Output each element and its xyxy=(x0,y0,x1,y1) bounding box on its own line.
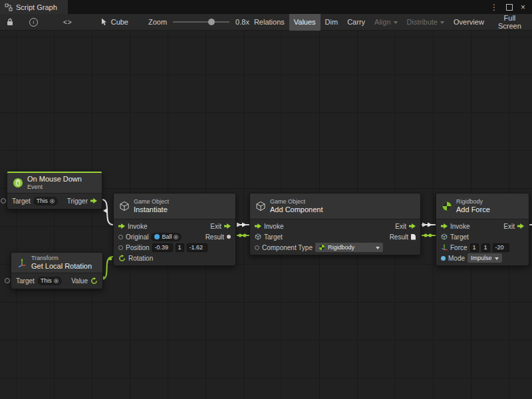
dropdown-value: Rigidbody xyxy=(328,244,354,251)
node-header: Game Object Add Component xyxy=(250,194,420,219)
node-title: Add Component xyxy=(270,205,323,215)
game-object-cube-icon xyxy=(255,201,266,211)
original-input-port[interactable] xyxy=(118,235,123,239)
node-title: On Mouse Down xyxy=(27,175,82,184)
node-on-mouse-down[interactable]: On Mouse Down Event Target This Trigger xyxy=(7,172,102,209)
position-input-port[interactable] xyxy=(118,245,123,250)
flow-arrow-icon xyxy=(242,223,247,227)
this-object-field[interactable]: This xyxy=(33,197,58,205)
close-icon[interactable]: × xyxy=(521,3,525,12)
overview-button[interactable]: Overview xyxy=(449,14,489,31)
port-row: Invoke Exit xyxy=(114,221,235,231)
zoom-group: Zoom 0.8x xyxy=(148,18,249,26)
exit-label: Exit xyxy=(503,223,515,230)
menu-icon[interactable]: ⋮ xyxy=(490,3,498,12)
target-input-port[interactable] xyxy=(441,233,448,240)
info-icon[interactable]: i xyxy=(24,18,43,27)
target-input-port[interactable] xyxy=(5,278,10,283)
result-output-port[interactable] xyxy=(227,235,231,239)
invoke-input-port[interactable] xyxy=(118,223,125,229)
window-controls: ⋮ × xyxy=(490,3,532,12)
wire-trigger-to-invoke xyxy=(102,200,113,225)
object-picker-icon[interactable] xyxy=(174,235,178,239)
rigidbody-icon xyxy=(319,244,325,251)
dim-button[interactable]: Dim xyxy=(321,14,343,31)
node-category: Game Object xyxy=(270,198,323,205)
exit-output-port[interactable] xyxy=(517,223,524,229)
flow-arrow-icon xyxy=(428,223,432,227)
target-label: Target xyxy=(264,233,283,241)
this-object-field[interactable]: This xyxy=(37,277,62,285)
invoke-input-port[interactable] xyxy=(441,223,448,229)
object-picker-icon[interactable] xyxy=(54,279,59,283)
port-row: Target Result xyxy=(250,231,420,242)
lock-icon[interactable] xyxy=(1,18,19,26)
rotation-output-port[interactable] xyxy=(90,277,98,285)
target-label: Target xyxy=(12,198,31,205)
node-get-local-rotation[interactable]: Transform Get Local Rotation Target This… xyxy=(11,252,103,289)
invoke-input-port[interactable] xyxy=(255,223,261,229)
rotation-input-port[interactable] xyxy=(118,255,126,262)
prefab-icon xyxy=(154,234,160,239)
ball-object-field[interactable]: Ball xyxy=(151,233,182,241)
position-x-input[interactable] xyxy=(152,243,173,252)
node-instantiate[interactable]: Game Object Instantiate Invoke Exit Orig… xyxy=(113,193,236,266)
force-z-input[interactable] xyxy=(493,243,509,252)
component-type-dropdown[interactable]: Rigidbody xyxy=(315,243,383,252)
object-field-value: Ball xyxy=(162,233,172,240)
exit-output-port[interactable] xyxy=(224,223,231,229)
flow-arrow-icon xyxy=(103,208,110,215)
force-y-input[interactable] xyxy=(481,243,490,252)
script-graph-icon xyxy=(5,3,13,11)
port-row: Target This Trigger xyxy=(7,195,102,207)
node-add-force[interactable]: Rigidbody Add Force Invoke Exit Targe xyxy=(436,193,529,266)
target-input-port[interactable] xyxy=(255,233,261,240)
align-button[interactable]: Align xyxy=(370,14,402,31)
chevron-down-icon xyxy=(376,247,380,249)
port-row: Invoke Exit xyxy=(250,221,420,231)
tab-script-graph[interactable]: Script Graph xyxy=(0,0,68,14)
node-header: Rigidbody Add Force xyxy=(436,194,529,219)
selection-indicator: Cube xyxy=(100,18,128,26)
node-title: Add Force xyxy=(456,205,490,215)
port-row: Position xyxy=(114,242,235,253)
position-z-input[interactable] xyxy=(187,243,207,252)
port-row: Target This Value xyxy=(11,275,102,287)
mode-dropdown[interactable]: Impulse xyxy=(467,253,502,263)
data-dot-icon xyxy=(239,234,242,237)
node-add-component[interactable]: Game Object Add Component Invoke Exit xyxy=(249,193,421,255)
fullscreen-button[interactable]: Full Screen xyxy=(489,14,531,31)
values-button[interactable]: Values xyxy=(289,14,321,31)
chevron-down-icon xyxy=(495,257,499,260)
component-type-input-port[interactable] xyxy=(255,245,259,250)
object-field-value: This xyxy=(41,277,52,284)
position-y-input[interactable] xyxy=(176,243,184,252)
force-vector-input-port[interactable] xyxy=(441,244,448,251)
result-output-port[interactable] xyxy=(411,234,416,240)
force-x-input[interactable] xyxy=(470,243,479,252)
object-picker-icon[interactable] xyxy=(50,199,55,203)
graph-canvas[interactable]: On Mouse Down Event Target This Trigger xyxy=(0,31,532,399)
value-label: Value xyxy=(71,277,88,285)
relations-button[interactable]: Relations xyxy=(249,14,289,31)
carry-button[interactable]: Carry xyxy=(342,14,370,31)
zoom-slider[interactable] xyxy=(173,18,229,26)
exit-label: Exit xyxy=(210,223,221,230)
cursor-icon xyxy=(100,18,108,26)
target-label: Target xyxy=(16,277,35,285)
zoom-slider-handle[interactable] xyxy=(208,19,215,25)
mode-input-port[interactable] xyxy=(441,256,446,261)
port-row: Component Type Rigidbody xyxy=(250,242,420,253)
maximize-icon[interactable] xyxy=(506,4,513,11)
code-icon[interactable]: <> xyxy=(58,19,78,26)
trigger-output-port[interactable] xyxy=(90,198,97,203)
node-title: Instantiate xyxy=(134,205,169,215)
port-row: Target xyxy=(436,231,529,242)
exit-output-port[interactable] xyxy=(409,223,416,229)
port-row: Force xyxy=(436,242,529,253)
chevron-down-icon xyxy=(440,21,444,24)
zoom-label: Zoom xyxy=(148,18,167,26)
distribute-label: Distribute xyxy=(407,18,438,26)
target-input-port[interactable] xyxy=(1,198,6,203)
distribute-button[interactable]: Distribute xyxy=(402,14,449,31)
